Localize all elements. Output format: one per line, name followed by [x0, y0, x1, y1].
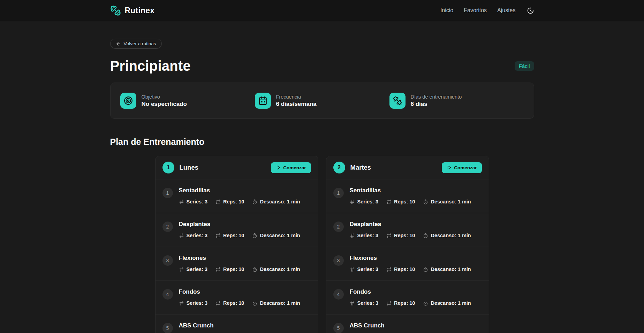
- hash-icon: [350, 199, 355, 204]
- exercise-row: 4 Fondos Series: 3: [156, 281, 318, 315]
- hash-icon: [350, 301, 355, 306]
- rest-text: Descanso: 1 min: [260, 266, 300, 272]
- series-meta: Series: 3: [350, 233, 378, 238]
- exercise-number-badge: 4: [162, 289, 173, 300]
- moon-icon: [527, 7, 534, 14]
- reps-text: Reps: 10: [223, 199, 244, 204]
- exercise-row: 4 Fondos Series: 3: [326, 281, 489, 315]
- rest-meta: Descanso: 1 min: [252, 266, 300, 272]
- rest-meta: Descanso: 1 min: [252, 199, 300, 204]
- series-meta: Series: 3: [350, 266, 378, 272]
- day-number-badge: 1: [162, 162, 174, 173]
- exercise-meta: Series: 3 Reps: 10: [179, 233, 300, 238]
- series-text: Series: 3: [357, 233, 378, 238]
- timer-icon: [423, 199, 428, 204]
- series-text: Series: 3: [357, 199, 378, 204]
- hash-icon: [350, 233, 355, 238]
- series-meta: Series: 3: [350, 199, 378, 204]
- reps-text: Reps: 10: [394, 233, 415, 238]
- exercise-row: 2 Desplantes Series: 3: [326, 213, 489, 247]
- summary-value: 6 días/semana: [276, 101, 317, 108]
- reps-text: Reps: 10: [394, 199, 415, 204]
- series-text: Series: 3: [357, 300, 378, 306]
- series-text: Series: 3: [187, 199, 207, 204]
- summary-item-frecuencia: Frecuencia 6 días/semana: [255, 93, 389, 109]
- exercise-number-badge: 2: [333, 222, 344, 232]
- dumbbell-logo-icon: [110, 5, 121, 16]
- back-button[interactable]: Volver a rutinas: [110, 39, 162, 49]
- reps-meta: Reps: 10: [386, 233, 415, 238]
- exercise-row: 5 ABS Crunch Series: 3: [156, 315, 318, 333]
- summary-value: 6 días: [411, 101, 462, 108]
- exercise-name: Desplantes: [350, 221, 471, 228]
- rest-text: Descanso: 1 min: [431, 233, 471, 238]
- reps-text: Reps: 10: [223, 266, 244, 272]
- back-button-label: Volver a rutinas: [124, 41, 156, 46]
- exercise-name: ABS Crunch: [350, 322, 471, 329]
- rest-text: Descanso: 1 min: [431, 199, 471, 204]
- exercise-list: 1 Sentadillas Series: 3: [156, 179, 318, 333]
- nav-link-ajustes[interactable]: Ajustes: [497, 7, 515, 14]
- start-workout-button[interactable]: Comenzar: [271, 162, 311, 173]
- exercise-name: Flexiones: [350, 255, 471, 262]
- start-workout-label: Comenzar: [454, 165, 477, 170]
- page-title: Principiante: [110, 58, 191, 74]
- brand[interactable]: Rutinex: [110, 5, 155, 16]
- exercise-name: Fondos: [179, 288, 300, 295]
- exercise-meta: Series: 3 Reps: 10: [350, 199, 471, 204]
- repeat-icon: [215, 199, 221, 204]
- series-text: Series: 3: [357, 266, 378, 272]
- exercise-row: 1 Sentadillas Series: 3: [156, 179, 318, 213]
- exercise-number-badge: 4: [333, 289, 344, 300]
- rest-meta: Descanso: 1 min: [423, 199, 471, 204]
- repeat-icon: [386, 233, 392, 238]
- theme-toggle-button[interactable]: [527, 7, 534, 14]
- timer-icon: [252, 267, 257, 272]
- exercise-name: Flexiones: [179, 255, 300, 262]
- exercise-number-badge: 5: [333, 323, 344, 333]
- navbar: Rutinex Inicio Favoritos Ajustes: [0, 0, 644, 21]
- summary-item-dias: Días de entrenamiento 6 días: [389, 93, 524, 109]
- rest-meta: Descanso: 1 min: [252, 300, 300, 306]
- start-workout-button[interactable]: Comenzar: [442, 162, 482, 173]
- exercise-row: 2 Desplantes Series: 3: [156, 213, 318, 247]
- exercise-row: 1 Sentadillas Series: 3: [326, 179, 489, 213]
- nav-link-inicio[interactable]: Inicio: [440, 7, 453, 14]
- repeat-icon: [386, 301, 392, 306]
- summary-label: Objetivo: [142, 94, 187, 100]
- exercise-name: Desplantes: [179, 221, 300, 228]
- reps-meta: Reps: 10: [215, 199, 244, 204]
- series-meta: Series: 3: [350, 300, 378, 306]
- exercise-number-badge: 2: [162, 222, 173, 232]
- series-meta: Series: 3: [179, 199, 207, 204]
- summary-label: Días de entrenamiento: [411, 94, 462, 100]
- summary-label: Frecuencia: [276, 94, 317, 100]
- day-card-header: 1 Lunes Comenzar: [156, 156, 318, 179]
- hash-icon: [179, 199, 184, 204]
- summary-item-objetivo: Objetivo No especificado: [120, 93, 255, 109]
- reps-meta: Reps: 10: [386, 266, 415, 272]
- day-name: Lunes: [180, 164, 198, 171]
- summary-value: No especificado: [142, 101, 187, 108]
- reps-meta: Reps: 10: [386, 199, 415, 204]
- day-card: 2 Martes Comenzar 1 Sentadillas: [326, 156, 489, 333]
- exercise-number-badge: 5: [162, 323, 173, 333]
- play-icon: [276, 165, 281, 170]
- exercise-row: 3 Flexiones Series: 3: [326, 247, 489, 281]
- rest-text: Descanso: 1 min: [431, 300, 471, 306]
- series-text: Series: 3: [187, 300, 207, 306]
- rest-text: Descanso: 1 min: [260, 300, 300, 306]
- rest-meta: Descanso: 1 min: [423, 266, 471, 272]
- rest-text: Descanso: 1 min: [260, 199, 300, 204]
- timer-icon: [252, 301, 257, 306]
- exercise-row: 5 ABS Crunch Series: 3: [326, 315, 489, 333]
- series-text: Series: 3: [187, 233, 207, 238]
- hash-icon: [179, 267, 184, 272]
- timer-icon: [252, 233, 257, 238]
- rest-meta: Descanso: 1 min: [423, 233, 471, 238]
- exercise-meta: Series: 3 Reps: 10: [179, 300, 300, 306]
- nav-link-favoritos[interactable]: Favoritos: [464, 7, 487, 14]
- exercise-row: 3 Flexiones Series: 3: [156, 247, 318, 281]
- exercise-list: 1 Sentadillas Series: 3: [326, 179, 489, 333]
- exercise-name: Fondos: [350, 288, 471, 295]
